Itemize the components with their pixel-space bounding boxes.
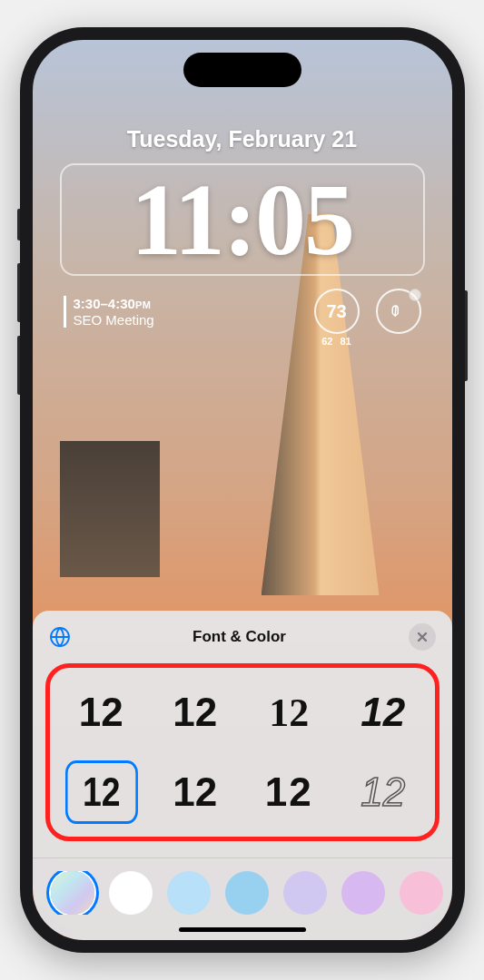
power-button <box>465 290 468 381</box>
panel-title: Font & Color <box>71 628 409 646</box>
divider <box>33 858 452 858</box>
color-swatch-iridescent[interactable] <box>51 871 94 915</box>
weather-high: 81 <box>341 336 351 347</box>
font-option-slab[interactable]: 12 <box>153 760 238 824</box>
battery-badge <box>409 289 421 301</box>
font-grid: 1212121212121212 <box>59 681 426 824</box>
font-option-ny[interactable]: 12 <box>247 681 332 744</box>
home-indicator[interactable] <box>179 927 306 932</box>
color-swatch-pink[interactable] <box>400 871 443 915</box>
color-row <box>33 871 452 915</box>
color-swatch-sky-blue[interactable] <box>225 871 269 915</box>
phone-frame: Tuesday, February 21 11:05 3:30–4:30PM S… <box>20 27 465 953</box>
color-swatch-purple[interactable] <box>341 871 385 915</box>
dynamic-island <box>183 53 301 87</box>
font-option-sf-rounded[interactable]: 12 <box>153 681 238 744</box>
volume-up-button <box>17 263 20 322</box>
calendar-widget[interactable]: 3:30–4:30PM SEO Meeting <box>64 296 154 328</box>
screen: Tuesday, February 21 11:05 3:30–4:30PM S… <box>33 40 452 940</box>
font-option-sf[interactable]: 12 <box>59 681 144 744</box>
color-swatch-white[interactable] <box>109 871 153 915</box>
weather-temp-circle: 73 62 81 <box>314 289 360 334</box>
color-swatch-light-blue[interactable] <box>167 871 211 915</box>
globe-icon[interactable] <box>49 626 71 648</box>
weather-temp: 73 <box>326 301 346 322</box>
widgets-row: 3:30–4:30PM SEO Meeting 73 62 81 <box>64 289 421 334</box>
close-icon <box>417 632 428 642</box>
calendar-event-title: SEO Meeting <box>74 312 154 328</box>
color-swatch-lavender[interactable] <box>283 871 327 915</box>
silent-switch <box>17 209 20 240</box>
time-container[interactable]: 11:05 <box>60 163 425 276</box>
close-button[interactable] <box>409 623 436 651</box>
volume-down-button <box>17 336 20 395</box>
weather-widget[interactable]: 73 62 81 <box>314 289 360 334</box>
font-color-panel: Font & Color 1212121212121212 <box>33 611 452 940</box>
time-label: 11:05 <box>80 169 405 270</box>
font-option-sf-cond[interactable]: 12 <box>65 760 137 824</box>
date-label[interactable]: Tuesday, February 21 <box>33 126 452 152</box>
calendar-time: 3:30–4:30PM <box>74 296 154 311</box>
battery-widget[interactable] <box>376 289 421 334</box>
panel-header: Font & Color <box>33 611 452 660</box>
font-option-wide[interactable]: 12 <box>247 760 332 824</box>
font-grid-highlight: 1212121212121212 <box>45 663 440 841</box>
font-option-stencil[interactable]: 12 <box>341 681 426 744</box>
font-option-outline[interactable]: 12 <box>341 760 426 824</box>
weather-low: 62 <box>321 336 332 347</box>
airpods-icon <box>390 303 407 319</box>
